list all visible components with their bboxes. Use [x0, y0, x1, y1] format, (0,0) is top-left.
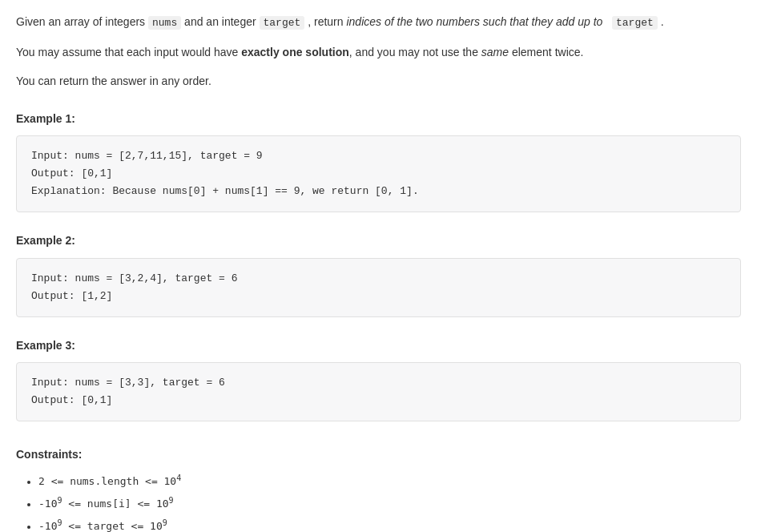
intro-text-2: and an integer: [184, 15, 259, 28]
example-3-output: Output: [0,1]: [31, 392, 726, 409]
para2-prefix: You may assume that each input would hav…: [16, 46, 241, 58]
para-2: You may assume that each input would hav…: [16, 43, 741, 61]
para2-suffix: element twice.: [509, 46, 583, 58]
example-2-title: Example 2:: [16, 232, 741, 249]
example-3-box: Input: nums = [3,3], target = 6 Output: …: [16, 362, 741, 421]
example-1-explanation: Explanation: Because nums[0] + nums[1] =…: [31, 183, 726, 200]
example-2-input: Input: nums = [3,2,4], target = 6: [31, 270, 726, 288]
intro-text-3: , return: [308, 15, 346, 28]
intro-italic: indices of the two numbers such that the…: [346, 15, 602, 28]
target-code: target: [260, 16, 305, 30]
intro-period: .: [661, 15, 664, 28]
example-2-output: Output: [1,2]: [31, 288, 726, 305]
example-3-input: Input: nums = [3,3], target = 6: [31, 374, 726, 392]
example-1-output: Output: [0,1]: [31, 165, 726, 183]
example-2-box: Input: nums = [3,2,4], target = 6 Output…: [16, 258, 741, 317]
constraint-1: 2 <= nums.length <= 104: [38, 472, 741, 491]
example-1-input: Input: nums = [2,7,11,15], target = 9: [31, 147, 726, 165]
intro-space: [606, 15, 609, 28]
problem-description: Given an array of integers nums and an i…: [16, 13, 741, 532]
intro-text-1: Given an array of integers: [16, 15, 145, 28]
constraint-3-text: -109 <= target <= 109: [38, 520, 167, 532]
nums-code: nums: [148, 16, 181, 30]
constraint-2-text: -109 <= nums[i] <= 109: [38, 498, 174, 510]
constraint-3: -109 <= target <= 109: [38, 517, 741, 532]
para2-italic: same: [481, 46, 509, 58]
example-1-box: Input: nums = [2,7,11,15], target = 9 Ou…: [16, 135, 741, 212]
constraint-2: -109 <= nums[i] <= 109: [38, 494, 741, 514]
target-code-2: target: [612, 16, 658, 30]
para2-bold: exactly one solution: [241, 46, 349, 58]
constraints-list: 2 <= nums.length <= 104 -109 <= nums[i] …: [16, 472, 741, 532]
para2-mid: , and you may not use the: [349, 46, 481, 58]
constraints-title: Constraints:: [16, 445, 741, 463]
para-3: You can return the answer in any order.: [16, 72, 741, 90]
constraint-1-text: 2 <= nums.length <= 104: [38, 475, 181, 487]
example-3-title: Example 3:: [16, 337, 741, 354]
example-1-title: Example 1:: [16, 110, 741, 127]
intro-paragraph: Given an array of integers nums and an i…: [16, 13, 741, 32]
